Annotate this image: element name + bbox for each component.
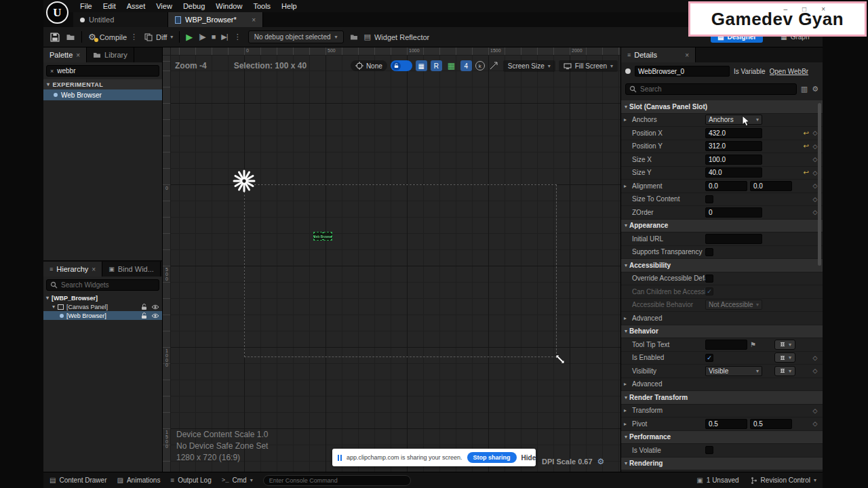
lock-icon[interactable]	[141, 304, 147, 310]
animations-button[interactable]: ▨ Animations	[117, 476, 160, 484]
tab-hierarchy[interactable]: ≡ Hierarchy ×	[43, 262, 102, 277]
resize-handle[interactable]	[322, 239, 324, 241]
tab-details[interactable]: ≡ Details ×	[621, 47, 696, 62]
initial-url-input[interactable]	[705, 234, 762, 244]
respect-locks-toggle[interactable]: R	[431, 60, 442, 71]
pivot-input-1[interactable]: 0.5	[750, 419, 792, 429]
bind-button[interactable]: ▾	[774, 352, 795, 363]
grid-size-badge[interactable]: 4	[460, 60, 472, 71]
details-section-render-transform[interactable]: ▾Render Transform	[621, 391, 823, 405]
edit-condition-icon[interactable]: ◇	[812, 354, 818, 361]
menu-view[interactable]: View	[151, 1, 178, 12]
menu-edit[interactable]: Edit	[98, 1, 121, 12]
expander-icon[interactable]: ▸	[624, 183, 632, 189]
can-children-be-accessible-checkbox[interactable]: ✓	[705, 287, 713, 296]
debug-object-dropdown[interactable]: No debug object selected ▾	[248, 30, 344, 43]
save-button[interactable]	[50, 33, 60, 42]
lock-toggle[interactable]	[391, 60, 412, 71]
expand-arrow-icon[interactable]: ▾	[52, 304, 55, 310]
accessible-behavior-dropdown[interactable]: Not Accessible▾	[705, 300, 762, 310]
eye-icon[interactable]	[151, 304, 159, 310]
resize-handle[interactable]	[331, 239, 332, 241]
diff-button[interactable]: Diff ▾	[144, 33, 173, 41]
details-scrollbar[interactable]	[818, 103, 821, 266]
menu-file[interactable]: File	[75, 1, 98, 12]
edit-condition-icon[interactable]: ◇	[812, 407, 818, 414]
open-webbrowser-link[interactable]: Open WebBr	[770, 68, 809, 75]
localize-flag-icon[interactable]: ⚑	[750, 341, 756, 348]
size-y-input[interactable]: 40.0	[705, 167, 762, 178]
object-name-input[interactable]: WebBrowser_0	[635, 66, 730, 77]
details-section-performance[interactable]: ▾Performance	[621, 431, 823, 445]
details-section-rendering[interactable]: ▾Rendering	[621, 458, 823, 471]
palette-search-input[interactable]: × webbr	[46, 65, 159, 77]
close-icon[interactable]: ×	[76, 52, 80, 59]
details-search-input[interactable]: Search	[625, 83, 797, 95]
hide-button[interactable]: Hide	[521, 454, 536, 462]
anchors-dropdown[interactable]: Anchors▾	[705, 115, 762, 125]
lock-icon[interactable]	[141, 312, 147, 319]
stop-sharing-button[interactable]: Stop sharing	[467, 452, 517, 463]
expander-icon[interactable]: ▸	[624, 315, 632, 321]
step-button[interactable]: ▶|	[221, 33, 227, 41]
menu-window[interactable]: Window	[210, 1, 248, 12]
alignment-input-1[interactable]: 0.0	[750, 181, 792, 191]
menu-help[interactable]: Help	[276, 1, 302, 12]
localization-preview-icon[interactable]: k	[475, 61, 485, 70]
debug-browse-icon[interactable]	[350, 33, 358, 41]
content-drawer-button[interactable]: ▤ Content Drawer	[50, 476, 106, 484]
canvas-grid[interactable]: Web Browser Zoom -4 Selection: 100 x 40 …	[171, 56, 620, 472]
settings-gear-icon[interactable]: ⚙	[812, 85, 818, 94]
resize-handle[interactable]	[313, 236, 315, 238]
eye-icon[interactable]	[151, 313, 159, 319]
compile-options-icon[interactable]: ⋮	[130, 33, 138, 41]
size-x-input[interactable]: 100.0	[705, 155, 762, 165]
expander-icon[interactable]: ▸	[624, 421, 632, 427]
minimize-icon[interactable]: –	[784, 5, 788, 13]
menu-tools[interactable]: Tools	[248, 1, 276, 12]
close-icon[interactable]: ×	[92, 266, 96, 273]
display-filter-icon[interactable]: ▥	[801, 85, 808, 94]
hierarchy-search-input[interactable]: Search Widgets	[46, 279, 159, 291]
web-browser-widget[interactable]: Web Browser	[313, 232, 332, 241]
expander-icon[interactable]: ▸	[624, 407, 632, 413]
is-volatile-checkbox[interactable]	[705, 446, 713, 454]
edit-condition-icon[interactable]: ◇	[812, 420, 818, 427]
edit-condition-icon[interactable]: ◇	[812, 367, 818, 374]
menu-asset[interactable]: Asset	[121, 1, 151, 12]
bind-button[interactable]: ▾	[774, 340, 795, 350]
details-section-slot-canvas-panel-slot[interactable]: ▾Slot (Canvas Panel Slot)	[621, 100, 823, 114]
details-section-appearance[interactable]: ▾Appearance	[621, 220, 823, 233]
alignment-grid-icon[interactable]: ▦	[416, 60, 427, 71]
play-options-icon[interactable]: ⋮	[234, 33, 242, 41]
fill-screen-dropdown[interactable]: Fill Screen ▾	[559, 60, 618, 72]
tab-library[interactable]: Library	[87, 47, 134, 62]
tree-row-web-browser[interactable]: [Web Browser]	[43, 311, 162, 320]
console-command-input[interactable]: Enter Console Command	[263, 475, 411, 486]
reset-to-default-icon[interactable]: ↩	[804, 129, 809, 137]
visibility-dropdown[interactable]: Visible▾	[705, 366, 762, 376]
compile-button[interactable]: ⚙ Compile ⋮	[88, 33, 138, 41]
size-to-content-checkbox[interactable]	[705, 195, 713, 203]
output-log-button[interactable]: ≡ Output Log	[170, 476, 211, 484]
snap-grid-icon[interactable]: ▦	[446, 60, 457, 71]
dpi-settings-gear-icon[interactable]: ⚙	[597, 457, 605, 466]
curve-icon[interactable]	[488, 60, 500, 71]
position-y-input[interactable]: 312.0	[705, 141, 762, 151]
palette-category-experimental[interactable]: ▾ EXPERIMENTAL	[43, 79, 162, 89]
tree-row-canvas-panel[interactable]: ▾ [Canvas Panel]	[43, 302, 162, 311]
resize-handle[interactable]	[313, 232, 315, 233]
expand-arrow-icon[interactable]: ▾	[46, 295, 49, 301]
aim-dropdown[interactable]: None	[351, 60, 387, 71]
position-x-input[interactable]: 432.0	[705, 128, 762, 138]
resize-handle[interactable]	[313, 239, 315, 241]
revision-control-button[interactable]: Revision Control ▾	[751, 476, 816, 485]
screen-size-dropdown[interactable]: Screen Size ▾	[503, 60, 555, 72]
supports-transparency-checkbox[interactable]	[705, 248, 713, 256]
play-button[interactable]: ▶	[186, 33, 193, 41]
tab-palette[interactable]: Palette ×	[43, 47, 87, 62]
tree-row-root[interactable]: ▾ [WBP_Browser]	[43, 293, 162, 302]
pivot-input-0[interactable]: 0.5	[705, 419, 747, 429]
menu-debug[interactable]: Debug	[178, 1, 210, 12]
frame-skip-button[interactable]: |▶	[199, 33, 205, 41]
